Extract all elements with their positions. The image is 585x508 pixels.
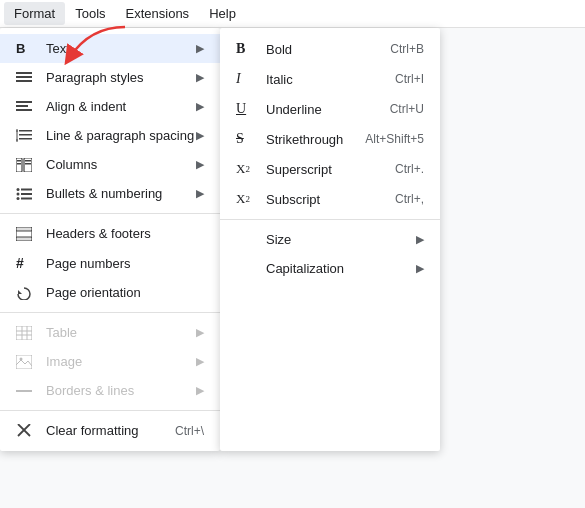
page-numbers-label: Page numbers	[46, 256, 204, 271]
menu-item-image[interactable]: Image ▶	[0, 347, 220, 376]
menu-item-page-numbers[interactable]: # Page numbers	[0, 248, 220, 278]
align-indent-label: Align & indent	[46, 99, 196, 114]
svg-rect-4	[16, 105, 28, 107]
format-menu: B Text ▶ Paragraph styles ▶ Align & inde…	[0, 28, 220, 451]
menu-item-columns[interactable]: Columns ▶	[0, 150, 220, 179]
svg-rect-23	[16, 237, 32, 241]
line-spacing-label: Line & paragraph spacing	[46, 128, 196, 143]
table-label: Table	[46, 325, 196, 340]
svg-rect-11	[17, 160, 21, 162]
capitalization-label: Capitalization	[266, 261, 416, 276]
bold-icon: B	[236, 41, 256, 57]
subscript-shortcut: Ctrl+,	[395, 192, 424, 206]
align-indent-arrow: ▶	[196, 100, 204, 113]
menu-item-clear-formatting[interactable]: Clear formatting Ctrl+\	[0, 416, 220, 445]
text-icon: B	[16, 41, 36, 56]
separator-1	[0, 213, 220, 214]
svg-rect-12	[17, 163, 21, 165]
svg-point-15	[17, 188, 20, 191]
svg-rect-3	[16, 101, 32, 103]
menu-item-text-label: Text	[46, 41, 196, 56]
menu-item-superscript[interactable]: X2 Superscript Ctrl+.	[220, 154, 440, 184]
image-arrow: ▶	[196, 355, 204, 368]
paragraph-styles-label: Paragraph styles	[46, 70, 196, 85]
svg-marker-24	[18, 290, 22, 294]
underline-icon: U	[236, 101, 256, 117]
text-submenu-arrow: ▶	[196, 42, 204, 55]
menu-item-line-spacing[interactable]: Line & paragraph spacing ▶	[0, 121, 220, 150]
menu-item-borders[interactable]: Borders & lines ▶	[0, 376, 220, 405]
menu-item-underline[interactable]: U Underline Ctrl+U	[220, 94, 440, 124]
menubar-item-extensions[interactable]: Extensions	[116, 2, 200, 25]
menu-item-page-orientation[interactable]: Page orientation	[0, 278, 220, 307]
capitalization-arrow: ▶	[416, 262, 424, 275]
menubar-item-tools[interactable]: Tools	[65, 2, 115, 25]
svg-rect-14	[25, 163, 31, 165]
menu-item-size[interactable]: Size ▶	[220, 225, 440, 254]
menu-item-paragraph-styles[interactable]: Paragraph styles ▶	[0, 63, 220, 92]
svg-rect-20	[21, 197, 32, 199]
superscript-shortcut: Ctrl+.	[395, 162, 424, 176]
bullets-icon	[16, 187, 36, 201]
size-arrow: ▶	[416, 233, 424, 246]
svg-point-17	[17, 192, 20, 195]
page-orientation-icon	[16, 286, 36, 300]
page-orientation-label: Page orientation	[46, 285, 204, 300]
size-label: Size	[266, 232, 416, 247]
svg-rect-5	[16, 109, 32, 111]
paragraph-styles-icon	[16, 71, 36, 85]
strikethrough-label: Strikethrough	[266, 132, 365, 147]
bold-label: Bold	[266, 42, 390, 57]
columns-arrow: ▶	[196, 158, 204, 171]
columns-label: Columns	[46, 157, 196, 172]
subscript-label: Subscript	[266, 192, 395, 207]
svg-rect-7	[19, 134, 32, 136]
separator-3	[0, 410, 220, 411]
menubar-item-help[interactable]: Help	[199, 2, 246, 25]
menu-item-italic[interactable]: I Italic Ctrl+I	[220, 64, 440, 94]
svg-rect-6	[19, 130, 32, 132]
menu-item-headers[interactable]: Headers & footers	[0, 219, 220, 248]
menu-item-text[interactable]: B Text ▶	[0, 34, 220, 63]
italic-shortcut: Ctrl+I	[395, 72, 424, 86]
menubar-item-format[interactable]: Format	[4, 2, 65, 25]
bullets-arrow: ▶	[196, 187, 204, 200]
menu-item-bullets[interactable]: Bullets & numbering ▶	[0, 179, 220, 208]
svg-rect-1	[16, 76, 32, 78]
text-submenu: B Bold Ctrl+B I Italic Ctrl+I U Underlin…	[220, 28, 440, 451]
svg-rect-2	[16, 80, 32, 82]
superscript-icon: X2	[236, 161, 256, 177]
menu-item-bold[interactable]: B Bold Ctrl+B	[220, 34, 440, 64]
svg-rect-25	[16, 326, 32, 340]
superscript-label: Superscript	[266, 162, 395, 177]
paragraph-styles-arrow: ▶	[196, 71, 204, 84]
line-spacing-arrow: ▶	[196, 129, 204, 142]
bold-shortcut: Ctrl+B	[390, 42, 424, 56]
svg-rect-16	[21, 188, 32, 190]
underline-label: Underline	[266, 102, 390, 117]
table-icon	[16, 326, 36, 340]
clear-formatting-icon	[16, 424, 36, 438]
menu-item-table[interactable]: Table ▶	[0, 318, 220, 347]
svg-rect-22	[16, 227, 32, 231]
underline-shortcut: Ctrl+U	[390, 102, 424, 116]
menu-item-align-indent[interactable]: Align & indent ▶	[0, 92, 220, 121]
svg-point-19	[17, 197, 20, 200]
menu-item-strikethrough[interactable]: S Strikethrough Alt+Shift+5	[220, 124, 440, 154]
text-separator-1	[220, 219, 440, 220]
svg-rect-13	[25, 160, 31, 162]
borders-arrow: ▶	[196, 384, 204, 397]
menu-item-subscript[interactable]: X2 Subscript Ctrl+,	[220, 184, 440, 214]
menu-item-capitalization[interactable]: Capitalization ▶	[220, 254, 440, 283]
dropdown-container: B Text ▶ Paragraph styles ▶ Align & inde…	[0, 28, 440, 451]
subscript-icon: X2	[236, 191, 256, 207]
page-numbers-icon: #	[16, 255, 36, 271]
clear-formatting-shortcut: Ctrl+\	[175, 424, 204, 438]
svg-rect-18	[21, 193, 32, 195]
headers-label: Headers & footers	[46, 226, 204, 241]
italic-icon: I	[236, 71, 256, 87]
align-indent-icon	[16, 100, 36, 114]
borders-icon	[16, 384, 36, 398]
borders-label: Borders & lines	[46, 383, 196, 398]
italic-label: Italic	[266, 72, 395, 87]
